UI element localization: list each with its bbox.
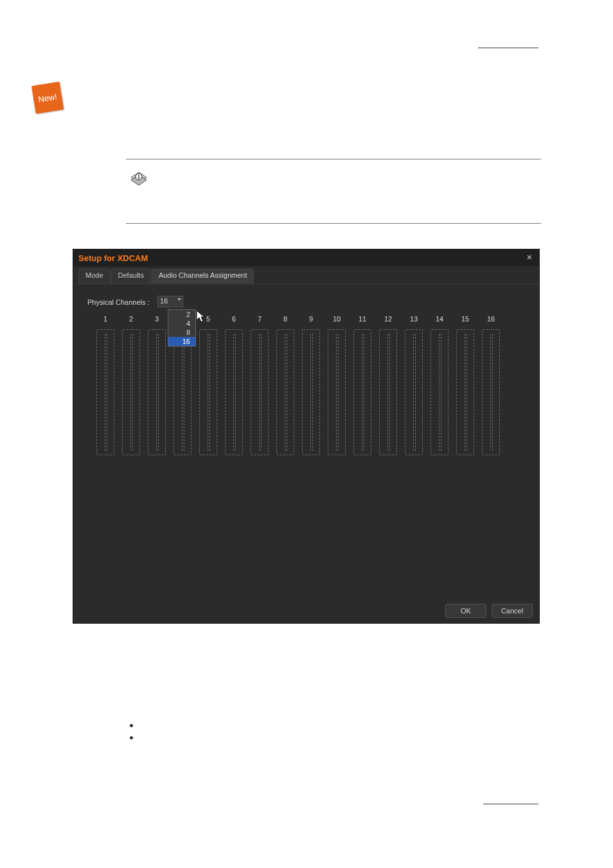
- channel-header-3: 3: [144, 315, 170, 323]
- tab-mode[interactable]: Mode: [78, 269, 111, 284]
- channel-header-2: 2: [118, 315, 144, 323]
- channel-header-10: 10: [324, 315, 350, 323]
- chevron-down-icon: [177, 298, 181, 301]
- physical-channels-select[interactable]: 16: [157, 296, 183, 307]
- channel-slot-10[interactable]: [324, 329, 350, 455]
- info-divider-top: [126, 159, 541, 159]
- channel-slot-1[interactable]: [93, 329, 118, 455]
- physical-channels-value: 16: [160, 297, 168, 305]
- channel-slot-8[interactable]: [272, 329, 298, 455]
- channel-header-11: 11: [350, 315, 375, 323]
- channel-header-14: 14: [427, 315, 452, 323]
- channel-slot-13[interactable]: [401, 329, 427, 455]
- bullet-list: [130, 724, 133, 748]
- channel-header-8: 8: [272, 315, 298, 323]
- tab-defaults[interactable]: Defaults: [111, 269, 151, 284]
- channel-header-15: 15: [452, 315, 478, 323]
- dialog-body: Physical Channels : 16 2 4 8 16 1 2 3: [73, 284, 539, 467]
- channel-slot-2[interactable]: [118, 329, 144, 455]
- channel-header-16: 16: [478, 315, 504, 323]
- ok-button[interactable]: OK: [445, 604, 486, 618]
- svg-rect-4: [138, 177, 139, 179]
- new-badge-label: New!: [37, 91, 58, 104]
- channel-slot-11[interactable]: [350, 329, 375, 455]
- channel-slot-9[interactable]: [298, 329, 324, 455]
- dropdown-option-4[interactable]: 4: [168, 319, 195, 328]
- channel-slot-7[interactable]: [247, 329, 272, 455]
- physical-channels-label: Physical Channels :: [87, 298, 150, 306]
- info-divider-bottom: [126, 223, 541, 224]
- dropdown-option-8[interactable]: 8: [168, 328, 195, 337]
- channel-slot-4[interactable]: [170, 329, 195, 455]
- dropdown-option-16[interactable]: 16: [168, 337, 195, 346]
- footer-divider: [483, 804, 538, 804]
- header-divider: [478, 48, 538, 48]
- channel-header-13: 13: [401, 315, 427, 323]
- channel-slot-6[interactable]: [221, 329, 247, 455]
- channel-header-9: 9: [298, 315, 324, 323]
- channels-header: 1 2 3 4 5 6 7 8 9 10 11 12 13 14 15 16: [93, 315, 525, 323]
- new-badge: New!: [31, 82, 64, 114]
- cursor-icon: [197, 311, 207, 326]
- channel-slot-16[interactable]: [478, 329, 504, 455]
- cancel-button[interactable]: Cancel: [492, 604, 533, 618]
- dialog-title: Setup for XDCAM: [78, 253, 148, 263]
- channel-header-6: 6: [221, 315, 247, 323]
- channel-slot-14[interactable]: [427, 329, 452, 455]
- dialog-tabs: Mode Defaults Audio Channels Assignment: [73, 269, 539, 284]
- channels-grid: [93, 329, 525, 455]
- svg-point-3: [138, 175, 139, 176]
- bullet-icon: [130, 736, 133, 739]
- channel-slot-3[interactable]: [144, 329, 170, 455]
- dropdown-option-2[interactable]: 2: [168, 310, 195, 319]
- channel-slot-5[interactable]: [195, 329, 221, 455]
- close-icon[interactable]: ×: [524, 251, 535, 263]
- setup-dialog: Setup for XDCAM × Mode Defaults Audio Ch…: [73, 249, 540, 624]
- dialog-footer: OK Cancel: [445, 604, 533, 618]
- channel-header-12: 12: [375, 315, 401, 323]
- channel-header-7: 7: [247, 315, 272, 323]
- svg-marker-5: [197, 311, 204, 322]
- dialog-titlebar[interactable]: Setup for XDCAM ×: [73, 249, 539, 266]
- physical-channels-dropdown[interactable]: 2 4 8 16: [168, 309, 196, 347]
- channel-slot-15[interactable]: [452, 329, 478, 455]
- bullet-icon: [130, 724, 133, 727]
- tab-audio-channels-assignment[interactable]: Audio Channels Assignment: [152, 269, 254, 284]
- channel-header-1: 1: [93, 315, 118, 323]
- info-icon: [130, 171, 148, 189]
- channel-slot-12[interactable]: [375, 329, 401, 455]
